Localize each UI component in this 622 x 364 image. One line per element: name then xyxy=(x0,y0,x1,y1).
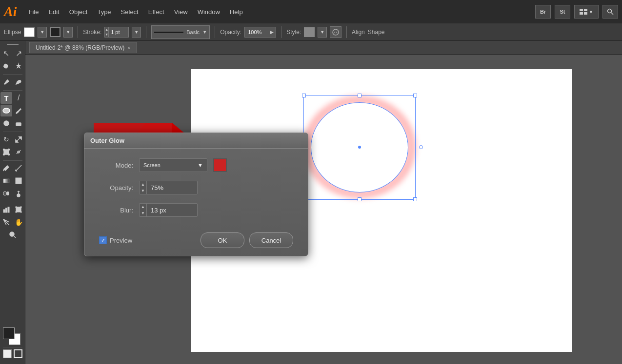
stroke-indicator[interactable] xyxy=(14,349,22,358)
rotate-tool[interactable]: ↻ xyxy=(0,134,12,145)
canvas-content[interactable]: Outer Glow Mode: Screen ▼ Opacity: xyxy=(25,55,622,364)
handle-tl[interactable] xyxy=(302,94,306,97)
gradient-tool[interactable] xyxy=(0,175,12,187)
fill-swatch[interactable] xyxy=(24,27,35,37)
free-transform-tool[interactable] xyxy=(0,146,12,158)
menu-right-icons: Br St ▼ xyxy=(535,5,618,19)
blend-tool[interactable] xyxy=(0,188,12,199)
bar-graph-tool[interactable] xyxy=(0,204,12,215)
cancel-button[interactable]: Cancel xyxy=(249,232,293,248)
svg-point-11 xyxy=(3,108,10,113)
svg-point-6 xyxy=(333,29,339,35)
svg-rect-30 xyxy=(3,192,6,195)
svg-point-12 xyxy=(4,121,9,126)
menu-object[interactable]: Object xyxy=(65,6,92,18)
sep4 xyxy=(281,26,281,38)
style-dropdown[interactable]: ▼ xyxy=(318,27,327,38)
blur-up[interactable]: ▲ xyxy=(140,204,146,210)
shape-label: Ellipse xyxy=(4,29,21,36)
pencil-tool[interactable] xyxy=(13,76,25,88)
scale-tool[interactable] xyxy=(13,134,25,145)
svg-point-20 xyxy=(8,154,9,155)
blob-brush-tool[interactable] xyxy=(0,117,12,129)
type-tool[interactable]: T xyxy=(0,92,12,104)
brush-tool[interactable] xyxy=(13,105,25,116)
color-boxes[interactable] xyxy=(3,327,20,345)
svg-rect-0 xyxy=(580,9,583,11)
stroke-profile[interactable]: Basic ▼ xyxy=(151,25,210,39)
blur-down[interactable]: ▼ xyxy=(140,210,146,216)
opacity-input[interactable]: ▲ ▼ 75% xyxy=(139,181,198,194)
bridge-btn[interactable]: Br xyxy=(535,5,551,19)
eraser-tool[interactable] xyxy=(13,117,25,129)
tab-close-btn[interactable]: × xyxy=(127,45,130,51)
stroke-spinner[interactable]: ▲ ▼ xyxy=(105,27,109,37)
color-section xyxy=(3,327,22,362)
line-tool[interactable]: / xyxy=(13,92,25,104)
dialog-footer: ✓ Preview OK Cancel xyxy=(84,229,308,256)
preview-checkbox[interactable]: ✓ xyxy=(99,236,107,244)
stroke-swatch-dropdown[interactable]: ▼ xyxy=(63,27,73,38)
measure-tool[interactable] xyxy=(13,162,25,174)
slice-tool[interactable] xyxy=(0,216,12,228)
magic-wand-tool[interactable] xyxy=(13,60,25,72)
svg-line-52 xyxy=(14,236,16,238)
handle-bm[interactable] xyxy=(358,197,361,201)
ok-button[interactable]: OK xyxy=(201,232,244,248)
glow-color-swatch[interactable] xyxy=(213,158,227,172)
style-swatch[interactable] xyxy=(304,27,315,37)
menu-effect[interactable]: Effect xyxy=(144,6,168,18)
mode-row: Mode: Screen ▼ xyxy=(99,158,293,172)
mode-dropdown[interactable]: Screen ▼ xyxy=(139,158,207,172)
puppet-warp-tool[interactable] xyxy=(13,146,25,158)
handle-mr[interactable] xyxy=(419,145,423,149)
fill-tools xyxy=(0,162,25,200)
mesh-tool[interactable] xyxy=(13,175,25,187)
fx-icon[interactable] xyxy=(330,26,341,38)
sep1 xyxy=(78,26,78,38)
handle-tm[interactable] xyxy=(358,94,361,97)
handle-br[interactable] xyxy=(413,197,417,201)
lasso-tool[interactable] xyxy=(0,60,12,72)
menu-type[interactable]: Type xyxy=(93,6,115,18)
menu-view[interactable]: View xyxy=(170,6,192,18)
svg-point-18 xyxy=(8,149,9,151)
symbol-spray-tool[interactable] xyxy=(13,188,25,199)
svg-line-15 xyxy=(16,136,21,142)
fill-indicator[interactable] xyxy=(3,349,12,358)
eyedropper-tool[interactable] xyxy=(0,162,12,174)
stock-btn[interactable]: St xyxy=(555,5,570,19)
fg-color[interactable] xyxy=(3,327,15,339)
svg-point-4 xyxy=(608,9,612,13)
direct-selection-tool[interactable]: ↗ xyxy=(13,47,25,59)
pen-tool[interactable] xyxy=(0,76,12,88)
menu-file[interactable]: File xyxy=(24,6,42,18)
menu-select[interactable]: Select xyxy=(117,6,142,18)
blur-input[interactable]: ▲ ▼ 13 px xyxy=(139,203,198,217)
sep3 xyxy=(215,26,215,38)
opacity-row: Opacity: ▲ ▼ 75% xyxy=(99,181,293,194)
opacity-spinner[interactable]: ▲ ▼ xyxy=(140,181,147,194)
dialog-title[interactable]: Outer Glow xyxy=(84,133,308,149)
menu-help[interactable]: Help xyxy=(226,6,247,18)
stroke-swatch[interactable] xyxy=(50,27,60,37)
document-tab[interactable]: Untitled-2* @ 88% (RGB/Preview) × xyxy=(29,42,137,53)
selection-tool[interactable]: ↖ xyxy=(0,47,12,59)
pen-tools xyxy=(0,76,25,88)
workspace-btn[interactable]: ▼ xyxy=(574,5,599,19)
opacity-up[interactable]: ▲ xyxy=(140,181,146,188)
menu-edit[interactable]: Edit xyxy=(44,6,63,18)
artboard-tool[interactable] xyxy=(13,204,25,215)
hand-tool[interactable]: ✋ xyxy=(13,216,25,228)
handle-tr[interactable] xyxy=(413,94,417,97)
stroke-unit-dropdown[interactable]: ▼ xyxy=(132,27,141,38)
menu-window[interactable]: Window xyxy=(194,6,224,18)
search-btn[interactable] xyxy=(602,5,618,19)
opacity-field[interactable]: 100% ▶ xyxy=(244,27,276,38)
ellipse-tool[interactable] xyxy=(0,105,12,116)
svg-rect-31 xyxy=(6,192,9,195)
blur-spinner[interactable]: ▲ ▼ xyxy=(140,204,147,216)
zoom-tool[interactable] xyxy=(7,229,19,241)
opacity-down[interactable]: ▼ xyxy=(140,188,146,194)
fill-dropdown[interactable]: ▼ xyxy=(38,27,47,38)
